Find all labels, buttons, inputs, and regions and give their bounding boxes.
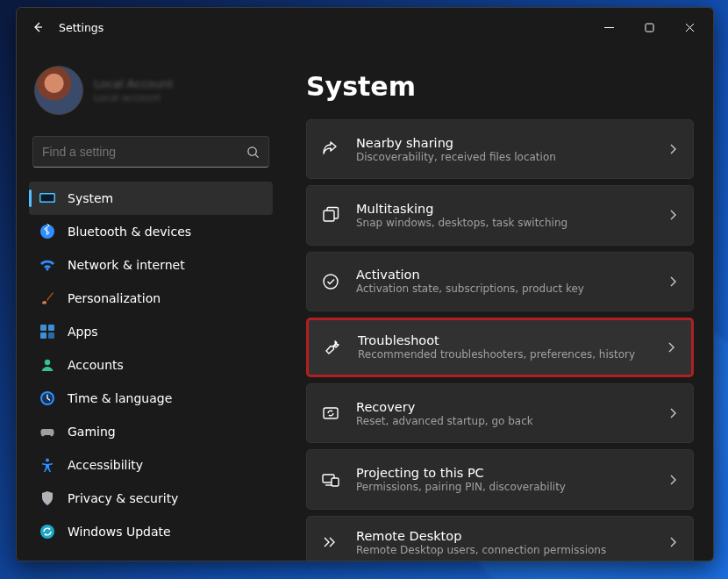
card-troubleshoot[interactable]: TroubleshootRecommended troubleshooters,… xyxy=(306,318,694,377)
search-icon xyxy=(246,146,260,159)
chevron-right-icon xyxy=(667,407,679,419)
sidebar: Local Account Local account SystemBlueto… xyxy=(17,46,285,561)
sidebar-item-windows-update[interactable]: Windows Update xyxy=(29,515,273,548)
chevron-right-icon xyxy=(665,341,677,354)
svg-point-1 xyxy=(248,147,256,154)
update-icon xyxy=(39,524,55,540)
sidebar-item-label: Personalization xyxy=(68,291,161,305)
card-text: Projecting to this PCPermissions, pairin… xyxy=(356,466,566,493)
svg-rect-0 xyxy=(646,24,653,32)
card-recovery[interactable]: RecoveryReset, advanced startup, go back xyxy=(306,383,694,443)
card-subtitle: Reset, advanced startup, go back xyxy=(356,415,533,427)
chevron-right-icon xyxy=(667,474,679,486)
page-title: System xyxy=(306,71,694,102)
sidebar-item-label: Apps xyxy=(68,325,98,339)
card-text: Nearby sharingDiscoverability, received … xyxy=(356,136,556,163)
back-button[interactable] xyxy=(20,10,55,45)
sidebar-item-gaming[interactable]: Gaming xyxy=(29,415,273,448)
card-title: Multitasking xyxy=(356,202,567,216)
sidebar-item-personalization[interactable]: Personalization xyxy=(29,282,273,315)
svg-rect-5 xyxy=(40,325,46,331)
chevron-right-icon xyxy=(667,275,679,288)
sidebar-item-accessibility[interactable]: Accessibility xyxy=(29,448,273,482)
svg-rect-7 xyxy=(40,332,46,339)
sidebar-item-label: Accounts xyxy=(68,358,124,372)
profile-block[interactable]: Local Account Local account xyxy=(29,46,273,131)
close-icon xyxy=(685,23,695,32)
card-projecting-to-this-pc[interactable]: Projecting to this PCPermissions, pairin… xyxy=(306,449,694,509)
minimize-icon xyxy=(604,23,614,32)
card-remote-desktop[interactable]: Remote DesktopRemote Desktop users, conn… xyxy=(306,516,694,561)
card-multitasking[interactable]: MultitaskingSnap windows, desktops, task… xyxy=(306,185,694,245)
settings-card-list: Nearby sharingDiscoverability, received … xyxy=(306,119,694,561)
sidebar-item-privacy-security[interactable]: Privacy & security xyxy=(29,482,273,515)
recovery-icon xyxy=(321,404,340,423)
card-title: Recovery xyxy=(356,400,533,414)
card-subtitle: Activation state, subscriptions, product… xyxy=(356,282,584,295)
card-title: Projecting to this PC xyxy=(356,466,566,480)
chevron-right-icon xyxy=(667,209,679,221)
chevron-right-icon xyxy=(667,536,679,548)
sidebar-item-time-language[interactable]: Time & language xyxy=(29,382,273,415)
multitask-icon xyxy=(321,205,340,225)
sidebar-item-accounts[interactable]: Accounts xyxy=(29,348,273,382)
svg-rect-14 xyxy=(324,211,334,221)
card-subtitle: Recommended troubleshooters, preferences… xyxy=(358,348,635,361)
window-title: Settings xyxy=(59,21,103,34)
search-box[interactable] xyxy=(32,136,269,168)
sidebar-item-network-internet[interactable]: Network & internet xyxy=(29,248,273,282)
project-icon xyxy=(321,470,340,490)
brush-icon xyxy=(39,290,55,306)
sidebar-item-apps[interactable]: Apps xyxy=(29,315,273,348)
sidebar-item-label: Windows Update xyxy=(68,525,171,539)
card-text: Remote DesktopRemote Desktop users, conn… xyxy=(356,529,606,556)
profile-name: Local Account xyxy=(94,77,173,90)
svg-rect-18 xyxy=(332,478,339,486)
main-panel: System Nearby sharingDiscoverability, re… xyxy=(285,46,713,561)
gaming-icon xyxy=(39,424,55,440)
card-title: Remote Desktop xyxy=(356,529,606,543)
close-button[interactable] xyxy=(669,12,710,42)
sidebar-item-label: Bluetooth & devices xyxy=(68,225,191,239)
card-title: Activation xyxy=(356,268,584,282)
accessibility-icon xyxy=(39,457,55,473)
search-input[interactable] xyxy=(42,145,246,159)
sidebar-item-label: Network & internet xyxy=(68,258,185,272)
nav-list: SystemBluetooth & devicesNetwork & inter… xyxy=(29,182,273,548)
sidebar-item-label: Privacy & security xyxy=(68,491,178,505)
svg-point-13 xyxy=(40,525,54,539)
sidebar-item-bluetooth-devices[interactable]: Bluetooth & devices xyxy=(29,215,273,248)
svg-rect-16 xyxy=(324,408,338,418)
check-circle-icon xyxy=(321,272,340,291)
svg-point-9 xyxy=(45,360,50,365)
settings-window: Settings Local Account Local account Sys… xyxy=(16,7,714,561)
card-text: ActivationActivation state, subscription… xyxy=(356,268,584,295)
card-activation[interactable]: ActivationActivation state, subscription… xyxy=(306,252,694,311)
card-subtitle: Permissions, pairing PIN, discoverabilit… xyxy=(356,481,566,493)
svg-rect-8 xyxy=(48,332,54,339)
card-nearby-sharing[interactable]: Nearby sharingDiscoverability, received … xyxy=(306,119,694,179)
svg-point-12 xyxy=(46,459,49,462)
profile-text: Local Account Local account xyxy=(94,77,173,104)
bluetooth-icon xyxy=(39,224,55,239)
profile-email: Local account xyxy=(94,92,173,104)
window-controls xyxy=(589,12,710,42)
card-subtitle: Remote Desktop users, connection permiss… xyxy=(356,544,606,556)
card-subtitle: Snap windows, desktops, task switching xyxy=(356,217,567,229)
wifi-icon xyxy=(39,257,55,273)
sidebar-item-label: Accessibility xyxy=(68,458,143,472)
svg-rect-3 xyxy=(41,195,54,202)
clock-icon xyxy=(39,390,55,406)
sidebar-item-system[interactable]: System xyxy=(29,182,273,215)
card-text: RecoveryReset, advanced startup, go back xyxy=(356,400,533,427)
apps-icon xyxy=(39,324,55,340)
card-text: MultitaskingSnap windows, desktops, task… xyxy=(356,202,567,229)
chevron-right-icon xyxy=(667,143,679,155)
card-title: Troubleshoot xyxy=(358,333,635,347)
titlebar: Settings xyxy=(17,8,713,46)
remote-icon xyxy=(321,533,340,552)
maximize-button[interactable] xyxy=(629,12,669,42)
minimize-button[interactable] xyxy=(589,12,629,42)
sidebar-item-label: Gaming xyxy=(68,425,116,439)
window-body: Local Account Local account SystemBlueto… xyxy=(17,46,713,561)
